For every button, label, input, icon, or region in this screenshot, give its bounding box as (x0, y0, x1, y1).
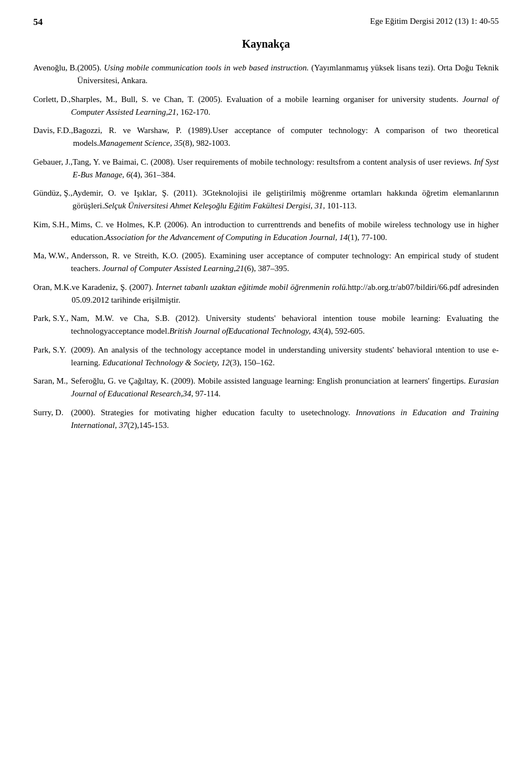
ref-author: Park, S.Y., (33, 312, 71, 338)
ref-content: (2000). Strategies for motivating higher… (71, 406, 499, 432)
ref-author: Davis, F.D., (33, 124, 73, 150)
ref-entry: Surry, D.(2000). Strategies for motivati… (33, 406, 499, 432)
section-title: Kaynakça (33, 38, 499, 50)
ref-entry: Gündüz, Ş.,Aydemir, O. ve Işıklar, Ş. (2… (33, 187, 499, 213)
page: 54 Ege Eğitim Dergisi 2012 (13) 1: 40-55… (0, 0, 532, 760)
ref-author: Gündüz, Ş., (33, 187, 73, 213)
ref-content: ve Karadeniz, Ş. (2007). İnternet tabanl… (71, 281, 499, 307)
ref-author: Surry, D. (33, 406, 71, 432)
ref-content: (2005). Using mobile communication tools… (77, 62, 499, 88)
ref-author: Kim, S.H., (33, 218, 71, 244)
ref-author: Gebauer, J., (33, 156, 73, 182)
ref-entry: Saran, M.,Seferoğlu, G. ve Çağıltay, K. … (33, 375, 499, 401)
ref-entry: Park, S.Y.(2009). An analysis of the tec… (33, 344, 499, 370)
ref-content: Andersson, R. ve Streith, K.O. (2005). E… (71, 249, 499, 276)
ref-content: Sharples, M., Bull, S. ve Chan, T. (2005… (71, 93, 499, 119)
ref-entry: Corlett, D.,Sharples, M., Bull, S. ve Ch… (33, 93, 499, 119)
ref-entry: Park, S.Y.,Nam, M.W. ve Cha, S.B. (2012)… (33, 312, 499, 338)
references-list: Avenoğlu, B.(2005). Using mobile communi… (33, 62, 499, 432)
ref-entry: Ma, W.W.,Andersson, R. ve Streith, K.O. … (33, 249, 499, 276)
ref-entry: Gebauer, J.,Tang, Y. ve Baimai, C. (2008… (33, 156, 499, 182)
ref-content: Nam, M.W. ve Cha, S.B. (2012). Universit… (71, 312, 499, 338)
ref-author: Saran, M., (33, 375, 71, 401)
ref-entry: Oran, M.K.ve Karadeniz, Ş. (2007). İnter… (33, 281, 499, 307)
ref-author: Oran, M.K. (33, 281, 71, 307)
ref-content: Tang, Y. ve Baimai, C. (2008). User requ… (73, 156, 499, 182)
page-number: 54 (33, 17, 43, 28)
ref-author: Ma, W.W., (33, 249, 71, 276)
ref-author: Park, S.Y. (33, 344, 71, 370)
journal-title: Ege Eğitim Dergisi 2012 (13) 1: 40-55 (370, 17, 499, 26)
ref-content: (2009). An analysis of the technology ac… (71, 344, 499, 370)
ref-author: Corlett, D., (33, 93, 71, 119)
ref-entry: Kim, S.H.,Mims, C. ve Holmes, K.P. (2006… (33, 218, 499, 244)
ref-content: Mims, C. ve Holmes, K.P. (2006). An intr… (71, 218, 499, 244)
ref-content: Aydemir, O. ve Işıklar, Ş. (2011). 3Gtek… (73, 187, 499, 213)
ref-entry: Davis, F.D.,Bagozzi, R. ve Warshaw, P. (… (33, 124, 499, 150)
page-header: 54 Ege Eğitim Dergisi 2012 (13) 1: 40-55 (33, 17, 499, 28)
ref-entry: Avenoğlu, B.(2005). Using mobile communi… (33, 62, 499, 88)
ref-content: Bagozzi, R. ve Warshaw, P. (1989).User a… (73, 124, 499, 150)
ref-content: Seferoğlu, G. ve Çağıltay, K. (2009). Mo… (71, 375, 499, 401)
ref-author: Avenoğlu, B. (33, 62, 77, 88)
